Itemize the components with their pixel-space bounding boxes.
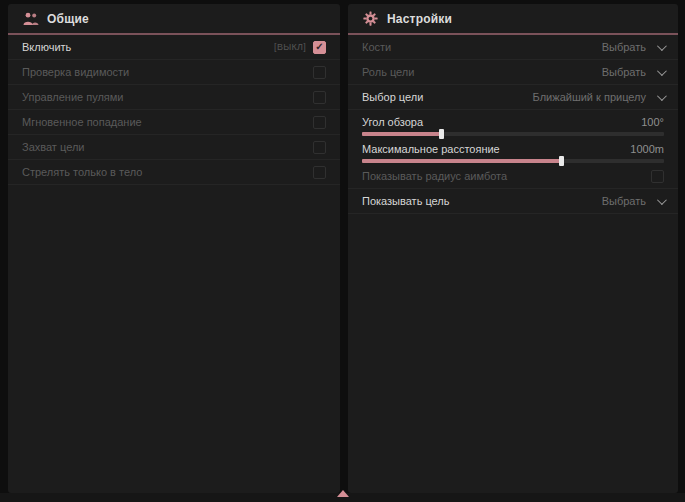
bullet-control-checkbox[interactable] <box>313 91 326 104</box>
enable-checkbox[interactable]: ✓ <box>313 41 326 54</box>
panel-general: Общие Включить [ВЫКЛ] ✓ Проверка видимос… <box>8 4 340 493</box>
row-visibility-check[interactable]: Проверка видимости <box>8 60 340 85</box>
row-show-target[interactable]: Показывать цель Выбрать <box>348 189 678 214</box>
fov-slider-fill <box>362 132 441 136</box>
panel-settings-title: Настройки <box>387 12 452 26</box>
row-instant-hit[interactable]: Мгновенное попадание <box>8 110 340 135</box>
max-distance-slider-fill <box>362 159 561 163</box>
fov-value: 100° <box>641 116 664 128</box>
row-instant-hit-label: Мгновенное попадание <box>22 116 142 128</box>
panel-general-header: Общие <box>8 4 340 35</box>
general-rows: Включить [ВЫКЛ] ✓ Проверка видимости Упр… <box>8 35 340 185</box>
show-target-select-value[interactable]: Выбрать <box>602 195 646 207</box>
chevron-down-icon[interactable] <box>657 66 667 76</box>
row-enable-label: Включить <box>22 41 71 53</box>
row-fov: Угол обзора 100° <box>348 110 678 137</box>
max-distance-value: 1000m <box>630 143 664 155</box>
show-radius-checkbox[interactable] <box>651 170 664 183</box>
row-fov-label: Угол обзора <box>362 116 423 128</box>
bones-select-value[interactable]: Выбрать <box>602 41 646 53</box>
row-enable-keybind: [ВЫКЛ] <box>274 42 306 52</box>
target-select-value[interactable]: Ближайший к прицелу <box>533 91 646 103</box>
row-target-role-label: Роль цели <box>362 66 414 78</box>
settings-rows: Кости Выбрать Роль цели Выбрать Выбор це… <box>348 35 678 214</box>
instant-hit-checkbox[interactable] <box>313 116 326 129</box>
panel-settings: Настройки Кости Выбрать Роль цели Выбрат… <box>348 4 678 493</box>
row-body-only-label: Стрелять только в тело <box>22 166 142 178</box>
row-target-select[interactable]: Выбор цели Ближайший к прицелу <box>348 85 678 110</box>
fov-slider[interactable] <box>362 132 664 136</box>
max-distance-slider-thumb[interactable] <box>559 156 564 166</box>
chevron-up-icon[interactable] <box>337 490 349 497</box>
target-role-select-value[interactable]: Выбрать <box>602 66 646 78</box>
row-bones-label: Кости <box>362 41 391 53</box>
row-visibility-check-label: Проверка видимости <box>22 66 129 78</box>
row-bullet-control[interactable]: Управление пулями <box>8 85 340 110</box>
row-body-only[interactable]: Стрелять только в тело <box>8 160 340 185</box>
fov-slider-thumb[interactable] <box>439 129 444 139</box>
row-bones[interactable]: Кости Выбрать <box>348 35 678 60</box>
users-icon <box>22 11 39 26</box>
check-icon: ✓ <box>315 42 323 52</box>
chevron-down-icon[interactable] <box>657 91 667 101</box>
row-show-target-label: Показывать цель <box>362 195 450 207</box>
visibility-check-checkbox[interactable] <box>313 66 326 79</box>
chevron-down-icon[interactable] <box>657 41 667 51</box>
chevron-down-icon[interactable] <box>657 195 667 205</box>
row-target-role[interactable]: Роль цели Выбрать <box>348 60 678 85</box>
target-lock-checkbox[interactable] <box>313 141 326 154</box>
row-target-lock-label: Захват цели <box>22 141 84 153</box>
gear-icon <box>362 11 379 26</box>
max-distance-slider[interactable] <box>362 159 664 163</box>
row-target-lock[interactable]: Захват цели <box>8 135 340 160</box>
mod-menu: Общие Включить [ВЫКЛ] ✓ Проверка видимос… <box>0 0 685 502</box>
panel-settings-header: Настройки <box>348 4 678 35</box>
body-only-checkbox[interactable] <box>313 166 326 179</box>
row-max-distance-label: Максимальное расстояние <box>362 143 500 155</box>
row-target-select-label: Выбор цели <box>362 91 423 103</box>
row-show-radius-label: Показывать радиус аимбота <box>362 170 507 182</box>
row-max-distance: Максимальное расстояние 1000m <box>348 137 678 164</box>
panel-general-title: Общие <box>47 12 89 26</box>
row-bullet-control-label: Управление пулями <box>22 91 124 103</box>
row-show-radius[interactable]: Показывать радиус аимбота <box>348 164 678 189</box>
row-enable[interactable]: Включить [ВЫКЛ] ✓ <box>8 35 340 60</box>
